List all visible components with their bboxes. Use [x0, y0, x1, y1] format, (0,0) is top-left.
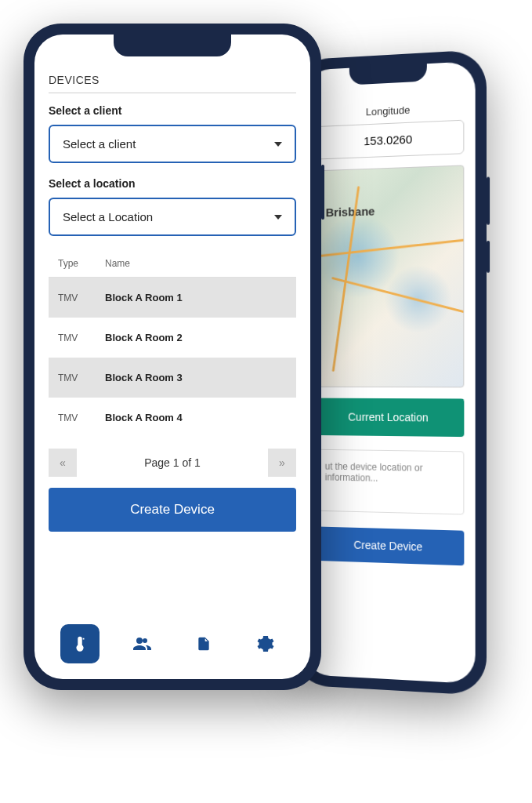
notes-textarea[interactable]: ut the device location or information... [313, 449, 464, 515]
longitude-label: Longitude [313, 101, 464, 120]
users-icon [132, 634, 151, 653]
cell-name: Block A Room 1 [105, 292, 287, 303]
current-location-button[interactable]: Current Location [313, 398, 464, 438]
phone-secondary: Longitude 153.0260 Brisbane Current Loca… [292, 49, 487, 696]
bottom-nav [49, 616, 296, 679]
nav-settings[interactable] [246, 624, 285, 663]
table-header: Type Name [49, 250, 296, 278]
document-icon [196, 634, 212, 653]
map-city-label: Brisbane [326, 205, 375, 220]
chevron-down-icon [274, 215, 282, 220]
page-title: DEVICES [49, 74, 296, 93]
nav-documents[interactable] [184, 624, 223, 663]
create-device-button[interactable]: Create Device [49, 488, 296, 532]
table-row[interactable]: TMV Block A Room 2 [49, 318, 296, 358]
cell-name: Block A Room 3 [105, 372, 287, 383]
pagination: « Page 1 of 1 » [49, 449, 296, 477]
next-page-button[interactable]: » [268, 449, 296, 477]
longitude-input[interactable]: 153.0260 [313, 120, 464, 160]
cell-name: Block A Room 2 [105, 332, 287, 343]
cell-type: TMV [58, 292, 105, 303]
phone-primary: DEVICES Select a client Select a client … [24, 24, 321, 690]
create-device-button-back[interactable]: Create Device [313, 526, 464, 565]
thermometer-icon [71, 635, 89, 652]
map-view[interactable]: Brisbane [313, 165, 464, 387]
cell-type: TMV [58, 372, 105, 383]
col-header-type: Type [58, 258, 105, 269]
table-row[interactable]: TMV Block A Room 1 [49, 278, 296, 318]
table-row[interactable]: TMV Block A Room 3 [49, 358, 296, 398]
location-label: Select a location [49, 177, 296, 190]
cell-name: Block A Room 4 [105, 412, 287, 423]
page-indicator: Page 1 of 1 [144, 456, 201, 469]
nav-devices[interactable] [60, 624, 100, 663]
chevron-down-icon [274, 142, 282, 147]
client-select[interactable]: Select a client [49, 125, 296, 163]
nav-users[interactable] [122, 624, 161, 663]
location-select-value: Select a Location [63, 210, 153, 223]
client-select-value: Select a client [63, 137, 136, 151]
cell-type: TMV [58, 412, 105, 423]
col-header-name: Name [105, 258, 287, 269]
prev-page-button[interactable]: « [49, 449, 77, 477]
phone-notch [114, 35, 231, 56]
table-row[interactable]: TMV Block A Room 4 [49, 398, 296, 438]
location-select[interactable]: Select a Location [49, 198, 296, 236]
cell-type: TMV [58, 332, 105, 343]
gear-icon [256, 634, 275, 653]
client-label: Select a client [49, 104, 296, 117]
